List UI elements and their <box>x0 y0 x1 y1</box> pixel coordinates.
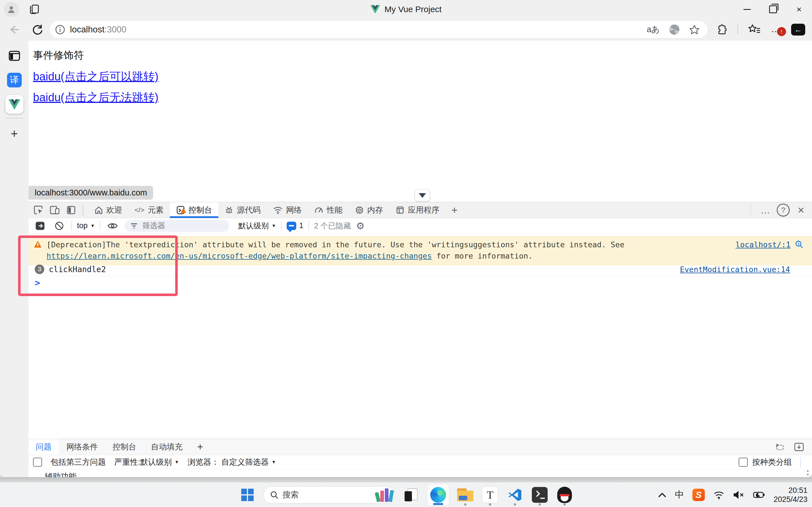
devtools-panel: 欢迎 </> 元素 控制台 源代码 <box>29 202 812 477</box>
update-badge: ↑ <box>777 27 786 36</box>
severity-selector[interactable]: 严重性:默认级别▼ <box>114 457 179 467</box>
devtools-tab-performance[interactable]: 性能 <box>308 202 349 218</box>
devtools-more-icon[interactable]: … <box>758 204 772 216</box>
group-by-kind-label: 按种类分组 <box>752 457 792 467</box>
devtools-tab-welcome[interactable]: 欢迎 <box>88 202 128 218</box>
rewards-pinwheel-icon[interactable] <box>669 24 680 35</box>
third-party-checkbox[interactable] <box>33 458 42 467</box>
volume-muted-icon[interactable] <box>733 490 744 499</box>
warning-text-line2: https://learn.microsoft.com/en-us/micros… <box>47 250 812 262</box>
drawer-tab-issues[interactable]: 问题 <box>29 439 59 455</box>
url-text[interactable]: localhost:3000 <box>70 24 647 35</box>
vue-devtools-toggle[interactable] <box>415 189 430 201</box>
console-icon <box>176 206 185 215</box>
extensions-icon[interactable] <box>715 24 727 36</box>
issues-filter-bar: 包括第三方问题 严重性:默认级别▼ 浏览器： 自定义筛选器▼ 按种类分组 <box>29 455 812 469</box>
tray-chevron-up-icon[interactable] <box>658 492 666 498</box>
task-view-icon <box>404 488 418 501</box>
translate-icon[interactable]: aあ <box>647 24 660 35</box>
vue-tab-tile[interactable] <box>5 95 23 113</box>
repeat-count-badge: 3 <box>35 265 44 274</box>
live-expression-eye-icon[interactable] <box>106 220 120 232</box>
drawer-add-tab-button[interactable]: + <box>190 439 211 455</box>
inspect-element-icon[interactable] <box>31 204 45 216</box>
context-selector[interactable]: top▼ <box>77 221 95 230</box>
scroll-up-icon[interactable]: ▲ <box>806 468 810 472</box>
sogou-tray-icon[interactable]: S <box>692 489 705 501</box>
clear-console-icon[interactable] <box>52 220 66 232</box>
filter-input[interactable] <box>142 221 208 230</box>
devtools-close-icon[interactable]: × <box>794 204 808 216</box>
console-prompt[interactable]: > <box>29 276 812 290</box>
taskbar-terminal-button[interactable] <box>531 483 548 507</box>
restore-button[interactable] <box>760 0 786 19</box>
taskbar-vscode-button[interactable] <box>506 483 524 507</box>
back-icon[interactable] <box>6 21 22 38</box>
log-level-selector[interactable]: 默认级别▼ <box>238 221 276 231</box>
devtools-tab-sources[interactable]: 源代码 <box>218 202 267 218</box>
devtools-tab-elements[interactable]: </> 元素 <box>128 202 170 218</box>
devtools-tab-network[interactable]: 网络 <box>267 202 308 218</box>
active-tab-title[interactable]: My Vue Project <box>371 0 441 19</box>
device-toolbar-icon[interactable] <box>48 204 62 216</box>
tab-panel-toggle-icon[interactable] <box>5 47 23 65</box>
devtools-tab-application[interactable]: 应用程序 <box>389 202 446 218</box>
minimize-button[interactable] <box>734 0 760 19</box>
taskbar-edge-button[interactable] <box>427 484 449 506</box>
baidu-link-prevented[interactable]: baidu(点击之后无法跳转) <box>33 90 159 105</box>
ime-indicator[interactable]: 中 <box>675 489 684 501</box>
tab-title-text: My Vue Project <box>385 4 441 14</box>
group-by-kind-checkbox[interactable] <box>739 458 748 467</box>
gauge-icon <box>314 206 323 214</box>
drawer-scrollbar[interactable]: ▲ ▼ <box>804 468 811 477</box>
start-button[interactable] <box>239 483 256 507</box>
close-window-button[interactable]: × <box>786 0 812 19</box>
log-source-link[interactable]: EventModification.vue:14 <box>680 265 790 274</box>
devtools-tab-console[interactable]: 控制台 <box>170 202 218 218</box>
wifi-tray-icon[interactable] <box>713 490 724 499</box>
rerun-issues-icon[interactable] <box>774 442 785 452</box>
baidu-link-allowed[interactable]: baidu(点击之后可以跳转) <box>33 69 159 84</box>
taskbar-explorer-button[interactable] <box>456 483 474 507</box>
console-settings-gear-icon[interactable]: ⚙ <box>356 220 365 231</box>
console-filter[interactable] <box>125 220 229 232</box>
dock-side-icon[interactable] <box>64 204 78 216</box>
taskbar-qq-button[interactable] <box>556 483 573 507</box>
browser-filter-selector[interactable]: 浏览器： 自定义筛选器▼ <box>187 457 276 467</box>
battery-saver-icon[interactable] <box>753 491 765 499</box>
taskbar-typora-button[interactable]: T <box>481 483 499 507</box>
learn-more-link[interactable]: https://learn.microsoft.com/en-us/micros… <box>47 251 432 260</box>
drawer-tab-autofill[interactable]: 自动填充 <box>144 439 190 455</box>
drawer-tab-console[interactable]: 控制台 <box>105 439 144 455</box>
more-tools-plus-button[interactable]: + <box>446 202 463 218</box>
new-tab-button[interactable]: + <box>5 125 23 143</box>
workspaces-icon[interactable] <box>29 3 41 15</box>
sidebar-panel-icon[interactable]: ← <box>791 24 805 36</box>
filter-divider <box>800 457 801 467</box>
address-bar[interactable]: localhost:3000 aあ <box>50 21 708 38</box>
scroll-down-icon[interactable]: ▼ <box>806 472 810 477</box>
warning-source-link[interactable]: localhost/:1 <box>736 240 791 249</box>
taskbar-search[interactable]: 搜索 <box>264 487 395 503</box>
translate-app-tile[interactable]: 译 <box>5 71 23 89</box>
favorite-star-icon[interactable] <box>689 24 700 35</box>
more-menu-icon[interactable]: … ↑ <box>771 26 781 33</box>
filter-icon <box>130 222 138 229</box>
profile-avatar-icon[interactable] <box>4 2 19 17</box>
task-view-button[interactable] <box>402 483 420 507</box>
windows-logo-icon <box>241 489 254 501</box>
site-info-icon[interactable] <box>55 24 65 35</box>
dock-drawer-icon[interactable] <box>793 442 805 452</box>
favorites-list-icon[interactable] <box>748 24 761 35</box>
issues-counter[interactable]: 1 <box>287 221 303 230</box>
hidden-messages-label[interactable]: 2 个已隐藏 <box>314 221 351 231</box>
qq-penguin-icon <box>557 487 572 503</box>
devtools-tab-memory[interactable]: 内存 <box>349 202 389 218</box>
refresh-icon[interactable] <box>29 21 46 38</box>
drawer-tab-network-conditions[interactable]: 网络条件 <box>59 439 105 455</box>
taskbar-clock[interactable]: 20:51 2025/4/23 <box>774 486 808 504</box>
console-sidebar-icon[interactable] <box>33 220 47 232</box>
console-warning-badge <box>180 208 186 213</box>
devtools-help-icon[interactable]: ? <box>775 204 791 216</box>
inspect-issue-icon[interactable] <box>795 240 804 249</box>
